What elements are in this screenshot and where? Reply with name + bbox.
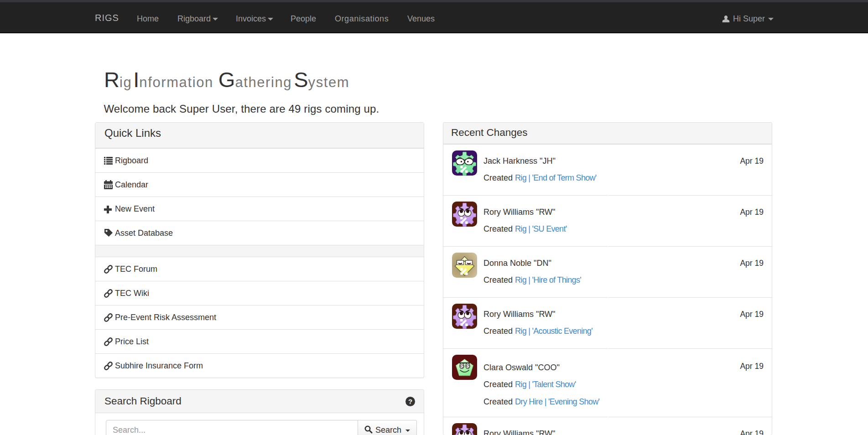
svg-text:?: ? (408, 398, 412, 405)
